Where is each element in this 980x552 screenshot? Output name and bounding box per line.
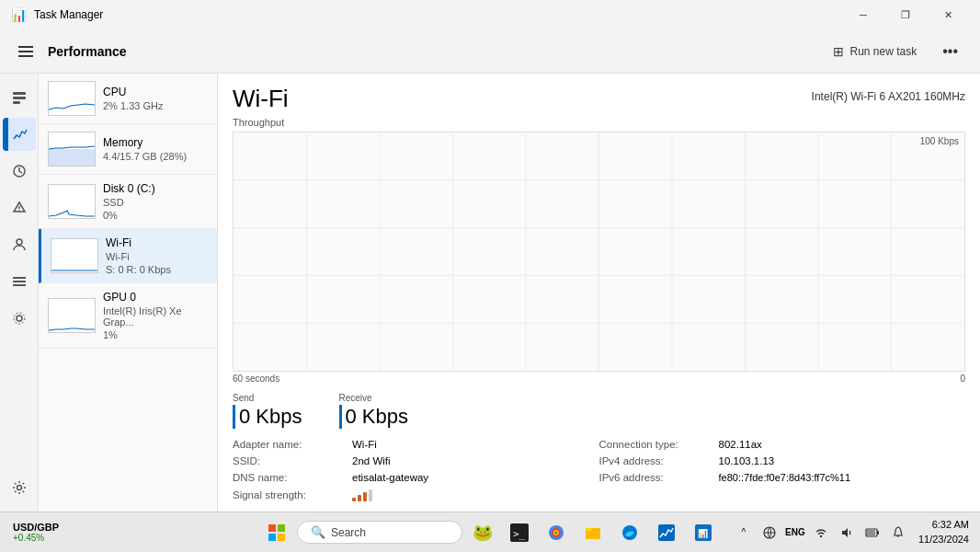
- minimize-button[interactable]: ─: [842, 0, 884, 29]
- svg-point-11: [17, 316, 22, 321]
- ipv4-val: 10.103.1.13: [719, 455, 775, 466]
- svg-text:>_: >_: [513, 528, 526, 540]
- tray-chevron[interactable]: ^: [733, 522, 755, 544]
- throughput-label: Throughput: [218, 117, 980, 132]
- gpu-sub1: Intel(R) Iris(R) Xe Grap...: [103, 305, 208, 328]
- tray-volume[interactable]: [836, 522, 858, 544]
- adapter-key: Adapter name:: [233, 439, 352, 450]
- more-options-button[interactable]: •••: [935, 40, 965, 63]
- svg-rect-30: [268, 534, 276, 541]
- search-bar[interactable]: 🔍 Search: [297, 521, 462, 544]
- sidebar-item-memory[interactable]: Memory 4.4/15.7 GB (28%): [39, 124, 217, 175]
- ipv4-key: IPv4 address:: [599, 455, 719, 466]
- svg-rect-10: [13, 284, 26, 286]
- device-name: Intel(R) Wi-Fi 6 AX201 160MHz: [812, 90, 965, 103]
- memory-stat: 4.4/15.7 GB (28%): [103, 151, 187, 162]
- tray-lang[interactable]: ENG: [784, 522, 806, 544]
- left-nav: [0, 74, 39, 512]
- memory-thumbnail: [48, 132, 96, 167]
- run-new-task-button[interactable]: ⊞ Run new task: [826, 40, 924, 63]
- svg-marker-46: [842, 528, 848, 537]
- svg-rect-14: [49, 149, 95, 166]
- nav-startup[interactable]: [3, 191, 36, 224]
- tray-notification[interactable]: [887, 522, 909, 544]
- nav-details[interactable]: [3, 265, 36, 298]
- svg-point-7: [17, 239, 22, 245]
- stock-change: +0.45%: [13, 533, 59, 543]
- wifi-thumbnail: [51, 238, 98, 273]
- stock-ticker[interactable]: USD/GBP +0.45%: [7, 518, 64, 546]
- detail-col-left: Adapter name: Wi-Fi SSID: 2nd Wifi DNS n…: [233, 436, 599, 504]
- svg-point-13: [17, 486, 21, 490]
- send-label: Send: [233, 393, 302, 403]
- app-icon: 📊: [11, 7, 27, 22]
- sidebar-item-cpu[interactable]: CPU 2% 1.33 GHz: [39, 74, 217, 124]
- cpu-stat: 2% 1.33 GHz: [103, 100, 163, 111]
- chart-zero-label: 0: [960, 374, 965, 384]
- conntype-val: 802.11ax: [719, 439, 762, 450]
- taskmanager-taskbar-icon[interactable]: [650, 516, 683, 549]
- wifi-label: Wi-Fi: [106, 236, 171, 249]
- frog-app-icon[interactable]: 🐸: [466, 516, 499, 549]
- maximize-button[interactable]: ❐: [884, 0, 927, 29]
- svg-point-37: [555, 531, 558, 534]
- chart-grid-svg: [234, 132, 964, 371]
- svg-point-12: [14, 313, 25, 324]
- details-table: Adapter name: Wi-Fi SSID: 2nd Wifi DNS n…: [218, 436, 980, 512]
- adapter-val: Wi-Fi: [352, 439, 377, 450]
- svg-text:📊: 📊: [698, 528, 709, 539]
- svg-rect-29: [278, 524, 285, 532]
- header-right: ⊞ Run new task •••: [826, 40, 965, 63]
- app: Performance ⊞ Run new task •••: [0, 29, 980, 552]
- taskbar-left: USD/GBP +0.45%: [7, 518, 64, 546]
- titlebar: 📊 Task Manager ─ ❐ ✕: [0, 0, 980, 29]
- titlebar-controls: ─ ❐ ✕: [842, 0, 969, 29]
- nav-performance[interactable]: [3, 118, 36, 151]
- detail-conntype: Connection type: 802.11ax: [599, 436, 966, 453]
- ssid-val: 2nd Wifi: [352, 455, 391, 466]
- sidebar-item-disk[interactable]: Disk 0 (C:) SSD 0%: [39, 175, 217, 229]
- svg-rect-31: [278, 534, 285, 541]
- svg-rect-9: [13, 281, 26, 282]
- disk-sub1: SSD: [103, 197, 155, 208]
- system-clock[interactable]: 6:32 AM 11/23/2024: [915, 516, 973, 548]
- nav-processes[interactable]: [3, 81, 36, 114]
- sidebar-item-wifi[interactable]: Wi-Fi Wi-Fi S: 0 R: 0 Kbps: [39, 229, 217, 283]
- send-value: 0 Kbps: [233, 405, 302, 429]
- main-content: Wi-Fi Intel(R) Wi-Fi 6 AX201 160MHz Thro…: [218, 74, 980, 512]
- taskbar-center: 🔍 Search 🐸 >_: [260, 516, 720, 549]
- gpu-sub2: 1%: [103, 329, 208, 340]
- taskbar-right: ^ ENG: [733, 516, 973, 548]
- close-button[interactable]: ✕: [927, 0, 969, 29]
- files-icon[interactable]: [576, 516, 610, 549]
- edge-icon[interactable]: [613, 516, 646, 549]
- nav-app-history[interactable]: [3, 155, 36, 188]
- stock-symbol: USD/GBP: [13, 522, 59, 533]
- dns-val: etisalat-gateway: [352, 472, 428, 483]
- tray-network[interactable]: [758, 522, 781, 544]
- cpu-thumbnail: [48, 81, 96, 116]
- clock-time: 6:32 AM: [918, 518, 969, 532]
- hamburger-menu[interactable]: [15, 42, 37, 61]
- svg-rect-48: [877, 531, 879, 535]
- nav-users[interactable]: [3, 228, 36, 261]
- detail-ipv6: IPv6 address: fe80::7fde:f0e7:8d43:ff7c%…: [599, 469, 966, 486]
- start-button[interactable]: [260, 516, 293, 549]
- chart-scale-top: 100 Kbps: [920, 136, 959, 146]
- sidebar-item-gpu[interactable]: GPU 0 Intel(R) Iris(R) Xe Grap... 1%: [39, 283, 217, 349]
- terminal-icon[interactable]: >_: [503, 516, 536, 549]
- ssid-key: SSID:: [233, 455, 352, 466]
- nav-services[interactable]: [3, 302, 36, 335]
- browser-icon[interactable]: [540, 516, 573, 549]
- nav-settings[interactable]: [3, 471, 36, 504]
- disk-sub2: 0%: [103, 210, 155, 221]
- main-header: Wi-Fi Intel(R) Wi-Fi 6 AX201 160MHz: [218, 74, 980, 117]
- body: CPU 2% 1.33 GHz Memory 4.4/15.7 GB (28%): [0, 74, 980, 512]
- page-title: Performance: [48, 44, 127, 59]
- app7-icon[interactable]: 📊: [687, 516, 720, 549]
- signal-key: Signal strength:: [233, 489, 352, 500]
- tray-battery[interactable]: [861, 522, 883, 544]
- svg-rect-8: [13, 277, 26, 279]
- tray-wifi[interactable]: [810, 522, 832, 544]
- svg-point-6: [18, 210, 20, 212]
